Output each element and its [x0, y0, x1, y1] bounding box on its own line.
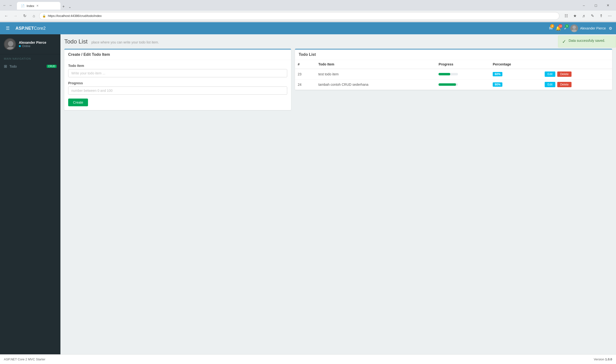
col-percentage: Percentage	[490, 60, 542, 69]
brand-text: ASP.NET	[15, 26, 34, 31]
more-button[interactable]: ⋯	[606, 12, 614, 20]
progress-bar-fill-1	[438, 83, 456, 86]
page-subtitle: place where you can write your todo list…	[91, 40, 159, 44]
tab-title: Index	[27, 4, 34, 8]
status-label: Online	[22, 44, 30, 48]
bookmark-button[interactable]: ★	[571, 12, 579, 20]
todo-icon: ⊞	[4, 64, 7, 69]
content-area: Todo List place where you can write your…	[60, 34, 616, 354]
close-button[interactable]: ✕	[602, 1, 614, 9]
bell-badge: 10	[559, 24, 562, 28]
delete-button-1[interactable]: Delete	[557, 82, 572, 87]
progress-bar-fill-0	[438, 73, 450, 75]
cell-id-0: 23	[295, 69, 315, 79]
footer-right: Version 1.0.0	[594, 357, 612, 361]
svg-point-1	[572, 29, 577, 32]
new-tab-button[interactable]: +	[60, 3, 67, 10]
svg-point-0	[573, 26, 576, 29]
user-info[interactable]: Alexander Pierce	[570, 24, 606, 32]
todo-nav-label: Todo	[9, 65, 17, 68]
cell-percentage-0: 60%	[490, 69, 542, 79]
sidebar-user-name: Alexander Pierce	[19, 40, 46, 44]
create-card: Create / Edit Todo Item Todo Item Progre…	[64, 49, 291, 110]
col-todo-item: Todo Item	[315, 60, 436, 69]
hamburger-button[interactable]: ☰	[4, 25, 12, 32]
address-bar[interactable]: 🔒 https://localhost:44386/crud/todo/inde…	[39, 12, 560, 20]
footer-version-prefix: Version	[594, 357, 605, 361]
back-nav-button[interactable]: ←	[2, 12, 10, 20]
footer-version: 1.0.0	[605, 357, 612, 361]
progress-bar-wrap-1	[438, 83, 458, 86]
svg-point-3	[7, 47, 15, 50]
cell-actions-1: Edit Delete	[542, 79, 612, 90]
todo-item-form-group: Todo Item	[68, 64, 287, 77]
progress-bar-wrap-0	[438, 73, 458, 75]
cell-todo-1: tambah contoh CRUD sederhana	[315, 79, 436, 90]
sidebar-user-panel: Alexander Pierce Online	[0, 34, 60, 54]
reload-button[interactable]: ↻	[21, 12, 28, 20]
favorites-button[interactable]: ♬	[580, 12, 588, 20]
sidebar: Alexander Pierce Online MAIN NAVIGATION …	[0, 34, 60, 354]
brand-suffix: Core2	[34, 26, 46, 31]
table-row: 23 test todo item 60% Edit Delete	[295, 69, 612, 79]
app-footer: ASP.NET Core 2 MVC Starter Version 1.0.0	[0, 354, 616, 364]
tab-favicon: 📄	[21, 4, 25, 8]
delete-button-0[interactable]: Delete	[557, 71, 572, 77]
edit-button-1[interactable]: Edit	[545, 82, 556, 87]
share-button[interactable]: ⇑	[597, 12, 605, 20]
list-card-header: Todo List	[295, 50, 612, 60]
toast-notification: ✓ Data successfuly saved.	[558, 36, 616, 48]
todo-item-label: Todo Item	[68, 64, 287, 68]
lock-icon: 🔒	[42, 14, 46, 18]
mail-icon-button[interactable]: ✉ 4	[549, 26, 553, 31]
col-actions	[542, 60, 612, 69]
todo-crud-badge: CRUD	[47, 65, 56, 68]
settings-button[interactable]: ⚙	[609, 26, 612, 31]
cell-percentage-1: 90%	[490, 79, 542, 90]
pen-button[interactable]: ✎	[589, 12, 596, 20]
cell-id-1: 24	[295, 79, 315, 90]
mail-badge: 4	[550, 24, 554, 28]
footer-left: ASP.NET Core 2 MVC Starter	[4, 357, 45, 361]
url-text: https://localhost:44386/crud/todo/index	[48, 14, 556, 18]
list-card-body: # Todo Item Progress Percentage 23 test …	[295, 60, 612, 90]
create-button[interactable]: Create	[68, 99, 88, 106]
toast-message: Data successfuly saved.	[569, 39, 605, 42]
user-avatar-small	[570, 24, 578, 32]
sidebar-section-title: MAIN NAVIGATION	[0, 54, 60, 62]
reader-mode-button[interactable]: ☷	[562, 12, 570, 20]
sidebar-item-todo[interactable]: ⊞ Todo CRUD	[0, 62, 60, 71]
cards-row: Create / Edit Todo Item Todo Item Progre…	[64, 49, 612, 110]
edit-button-0[interactable]: Edit	[545, 71, 556, 77]
tab-dropdown-button[interactable]: ⌄	[67, 4, 73, 10]
minimize-button[interactable]: –	[578, 1, 589, 9]
app-brand: ASP.NETCore2	[15, 26, 46, 31]
forward-button[interactable]: →	[8, 3, 13, 8]
browser-tab[interactable]: 📄 Index ✕	[17, 2, 60, 10]
app-header: ☰ ASP.NETCore2 ✉ 4 🔔 10 ✓ 9 Alexander Pi…	[0, 22, 616, 34]
check-badge: 9	[565, 24, 569, 28]
home-button[interactable]: ⌂	[30, 12, 38, 20]
tab-close-button[interactable]: ✕	[36, 4, 39, 8]
create-card-body: Todo Item Progress Create	[64, 60, 291, 110]
cell-actions-0: Edit Delete	[542, 69, 612, 79]
forward-nav-button[interactable]: →	[12, 12, 19, 20]
progress-input[interactable]	[68, 87, 287, 95]
bell-icon-button[interactable]: 🔔 10	[556, 26, 561, 31]
progress-label: Progress	[68, 81, 287, 85]
page-header: Todo List place where you can write your…	[64, 38, 612, 45]
cell-todo-0: test todo item	[315, 69, 436, 79]
svg-point-2	[8, 41, 13, 46]
back-button[interactable]: ←	[2, 3, 7, 8]
maximize-button[interactable]: ◻	[590, 1, 602, 9]
page-title: Todo List	[64, 38, 87, 45]
list-card: Todo List # Todo Item Progress Percentag…	[295, 49, 612, 90]
header-icons: ✉ 4 🔔 10 ✓ 9 Alexander Pierce ⚙	[549, 24, 612, 32]
status-dot-icon	[19, 45, 21, 47]
col-progress: Progress	[436, 60, 490, 69]
check-icon-button[interactable]: ✓ 9	[564, 26, 567, 31]
progress-form-group: Progress	[68, 81, 287, 95]
create-card-header: Create / Edit Todo Item	[64, 50, 291, 60]
todo-item-input[interactable]	[68, 69, 287, 77]
cell-progress-0	[436, 69, 490, 79]
